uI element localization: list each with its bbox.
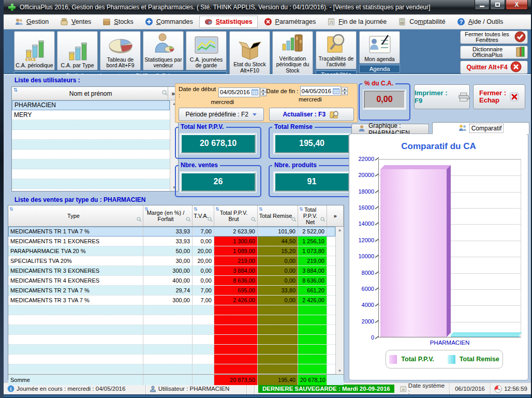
bar-total-ppv-top [380, 165, 451, 169]
menu-item-gestion[interactable]: Gestion [10, 16, 54, 28]
table-row[interactable]: MEDICAMENTS TR 1 TVA 7 %33,937,002 623,9… [8, 227, 335, 237]
menu-item-statistiques[interactable]: Statistiques [199, 16, 258, 28]
table-row-empty[interactable] [8, 335, 335, 345]
table-row[interactable]: MEDICAMENTS TR 1 EXONERES33,930,001 300,… [8, 237, 335, 246]
cell-brut: 219,00 [214, 256, 258, 266]
date-end-label: Date de fin : [267, 88, 299, 94]
scroll-down-icon[interactable]: ▼ [338, 368, 342, 373]
table-expander-button[interactable]: » [327, 205, 344, 226]
user-row-empty[interactable] [12, 130, 170, 140]
menu-item-comptabilit-[interactable]: Comptabilité [393, 16, 451, 28]
toolbar-button-statistiques-par-vendeur[interactable]: Statistiques par vendeur [143, 31, 184, 70]
search-icon[interactable] [320, 217, 326, 223]
cell-marge: 33,93 [143, 227, 193, 236]
toolbar-button-c-a-par-type[interactable]: C.A. par Type [57, 31, 98, 70]
table-row-empty[interactable] [8, 355, 335, 364]
user-row-empty[interactable] [12, 159, 170, 169]
date-start-input[interactable]: 04/05/2016 [218, 87, 260, 97]
menu-item-ventes[interactable]: Ventes [55, 16, 96, 28]
table-row[interactable]: PARAPHARMACIE TVA 20 %50,0020,001 089,00… [8, 246, 335, 256]
search-icon[interactable] [208, 217, 213, 223]
cell-brut [214, 315, 258, 325]
predefined-period-button[interactable]: Période prédéfinie : F2 [179, 108, 264, 121]
column-header-3[interactable]: ⇅T.V.A. [193, 205, 214, 226]
menu-item-label: Stocks [114, 18, 134, 25]
date-end-spinner[interactable]: ▲▼ [342, 87, 348, 95]
minimize-button[interactable] [475, 0, 490, 10]
close-form-button[interactable]: Fermer :Echap [473, 84, 525, 109]
table-row[interactable]: MEDICAMENTS TR 3 TVA 7 %300,007,002 426,… [8, 296, 335, 305]
maximize-button[interactable] [490, 0, 505, 10]
calendar-icon[interactable] [252, 89, 258, 95]
search-icon[interactable] [251, 217, 256, 223]
search-icon[interactable] [186, 217, 191, 223]
button-dictionnaire-officinaplus[interactable]: Dictionnaire OfficinaPlus [460, 46, 528, 59]
menu-item-commandes[interactable]: Commandes [140, 16, 198, 28]
user-row-empty[interactable] [12, 150, 170, 159]
button-fermer-toutes-les-fen-tres[interactable]: Fermer toutes les Fenêtres [460, 31, 528, 44]
menu-item-stocks[interactable]: Stocks [97, 16, 139, 28]
toolbar-button-c-a-p-riodique[interactable]: €¥£$C.A. périodique [14, 31, 55, 70]
date-end-input[interactable]: 04/05/2016 [300, 86, 342, 96]
toolbar-button-mon-agenda[interactable]: Mon agenda [359, 31, 400, 64]
table-row[interactable]: MEDICAMENTS TR 3 EXONERES300,000,003 884… [8, 266, 335, 276]
user-row-empty[interactable] [12, 140, 170, 150]
menu-item-param-trages[interactable]: Paramétrages [259, 16, 321, 28]
people-icon [15, 18, 23, 26]
scroll-up-icon[interactable]: ▲ [338, 228, 342, 232]
toolbar-button-tra-abilit-s-de-l-activit-[interactable]: Traçabilités de l'activité [316, 31, 357, 69]
table-row[interactable]: MEDICAMENTS TR 2 TVA 7 %29,747,00695,003… [8, 286, 335, 296]
column-header-1[interactable]: ⇅Type [8, 205, 143, 226]
table-row-empty[interactable] [8, 315, 335, 325]
x-circle-red-icon [510, 61, 522, 73]
date-filter-panel: Date de début : 04/05/2016 ▲▼ mercredi D… [175, 83, 358, 123]
refresh-button[interactable]: Actualiser : F3 [269, 108, 354, 121]
user-row-empty[interactable] [12, 179, 170, 189]
cell-tva: 7,00 [193, 296, 214, 305]
sort-icon: ⇅ [215, 206, 219, 212]
table-row-empty[interactable] [8, 345, 335, 355]
date-start-spinner[interactable]: ▲▼ [260, 88, 267, 96]
table-row-empty[interactable] [8, 364, 335, 374]
toolbar-button-label: Etat du Stock Alt+F10 [230, 62, 269, 73]
user-row[interactable]: MERY [12, 110, 170, 120]
calendar-icon[interactable] [333, 88, 339, 94]
cell-net [298, 335, 327, 344]
menu-item-fin-de-la-journ-e[interactable]: 25Fin de la journée [322, 16, 392, 28]
close-window-button[interactable]: X [506, 0, 528, 10]
column-header-2[interactable]: ⇅Marge (en %) / Forfait [143, 205, 193, 226]
users-list-header[interactable]: ⇅ Nom et prénom » [12, 87, 178, 100]
column-header-5[interactable]: ⇅Total Remise [258, 205, 298, 226]
desktop-edge [0, 0, 4, 398]
user-row[interactable]: PHARMACIEN [12, 100, 170, 110]
column-header-label: T.V.A. [194, 213, 208, 219]
menu-item-label: Commandes [156, 18, 193, 25]
print-button[interactable]: Imprimer : F9 [414, 84, 470, 109]
search-icon[interactable] [162, 90, 168, 97]
user-row-empty[interactable] [12, 169, 170, 179]
table-row[interactable]: MEDICAMENTS TR 4 EXONERES400,000,008 636… [8, 276, 335, 286]
column-header-4[interactable]: ⇅Total P.P.V. Brut [214, 205, 258, 226]
toolbar-button-tableau-de-bord-alt-f9[interactable]: Tableau de bord Alt+F9 [100, 31, 141, 70]
table-row[interactable]: SPECIALITES TVA 20%30,0020,00219,000,002… [8, 256, 335, 266]
menu-item-aide-outils[interactable]: ?Aide / Outils [452, 16, 508, 28]
tab-graphique-pharmacien[interactable]: Graphique : PHARMACIEN [351, 124, 429, 134]
button-quitter-alt-f4[interactable]: Quitter Alt+F4 [460, 61, 528, 74]
total-value: 91 [274, 172, 349, 191]
table-row-empty[interactable] [8, 325, 335, 335]
toolbar-button-c-a-journ-es-de-garde[interactable]: C.A. journées de garde [186, 31, 227, 70]
person-tab-icon [358, 125, 365, 134]
sales-scrollbar[interactable]: ▲▼ [335, 227, 344, 374]
toolbar-button-etat-du-stock-alt-f10[interactable]: Etat du Stock Alt+F10 [229, 31, 270, 75]
column-header-6[interactable]: ⇅Total P.P.V. Net [298, 205, 327, 226]
user-row-empty[interactable] [12, 120, 170, 130]
legend-label-ppv: Total P.P.V. [401, 356, 434, 363]
toolbar-button-v-rification-p-riodique-du-stock[interactable]: Vérification périodique du Stock [272, 31, 313, 75]
search-icon[interactable] [291, 217, 297, 223]
tab-comparatif[interactable]: Comparatif [432, 122, 529, 134]
table-row-empty[interactable] [8, 305, 335, 315]
cell-brut [214, 335, 258, 344]
search-icon[interactable] [137, 217, 142, 223]
chart-ytick-label: 18000 [350, 188, 374, 195]
cell-type: MEDICAMENTS TR 4 EXONERES [8, 276, 143, 285]
